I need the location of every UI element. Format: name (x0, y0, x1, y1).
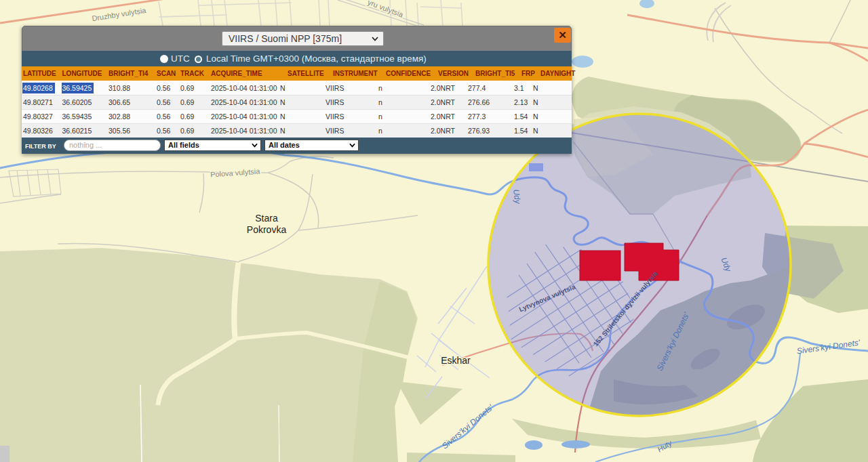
svg-text:Udy: Udy (511, 189, 523, 205)
svg-text:Stara: Stara (255, 213, 278, 224)
svg-text:Pokrovka: Pokrovka (247, 224, 287, 235)
svg-text:Eskhar: Eskhar (441, 355, 471, 366)
